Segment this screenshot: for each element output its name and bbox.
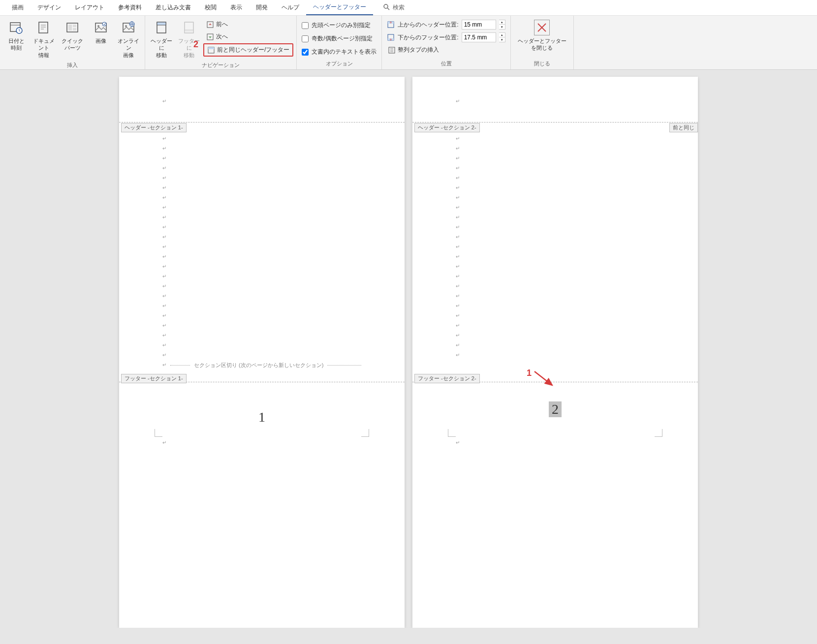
- tab-view[interactable]: 表示: [223, 0, 249, 15]
- link-to-previous-button[interactable]: 前と同じヘッダー/フッター: [203, 43, 293, 57]
- insert-alignment-tab-button[interactable]: 整列タブの挿入: [385, 44, 442, 56]
- paragraph-mark: ↵: [456, 183, 655, 193]
- show-document-text-checkbox[interactable]: 文書内のテキストを表示: [300, 46, 378, 58]
- next-icon: [206, 33, 214, 41]
- prev-button[interactable]: 前へ: [203, 19, 293, 30]
- header-icon: [154, 20, 169, 35]
- search-icon: [383, 3, 390, 12]
- paragraph-mark: ↵: [456, 153, 655, 163]
- page-left[interactable]: ↵ ヘッダー -セクション 1- ↵↵↵↵↵↵↵↵↵↵↵↵↵↵↵↵↵↵↵↵↵↵↵…: [119, 77, 405, 628]
- tab-help[interactable]: ヘルプ: [275, 0, 306, 15]
- close-header-footer-button[interactable]: ヘッダーとフッターを閉じる: [514, 18, 570, 54]
- tab-developer[interactable]: 開発: [249, 0, 275, 15]
- paragraph-mark: ↵: [162, 272, 361, 281]
- diff-first-page-checkbox[interactable]: 先頭ページのみ別指定: [300, 20, 373, 31]
- footer-pos-icon: [387, 33, 395, 41]
- goto-footer-button: フッターに移動: [176, 18, 202, 61]
- paragraph-mark: ↵: [456, 272, 655, 281]
- paragraph-mark: ↵: [162, 331, 361, 340]
- header-area-right[interactable]: ↵: [412, 77, 698, 122]
- ribbon-content: 日付と時刻 ドキュメント情報 クイック パーツ 画像 オンライン画像 挿入: [0, 16, 817, 70]
- footer-area-right[interactable]: 2: [412, 401, 698, 417]
- search-box[interactable]: 検索: [383, 3, 405, 12]
- diff-odd-even-checkbox[interactable]: 奇数/偶数ページ別指定: [300, 33, 374, 44]
- date-time-button[interactable]: 日付と時刻: [3, 18, 30, 54]
- online-image-button[interactable]: オンライン画像: [115, 18, 142, 61]
- calendar-clock-icon: [8, 20, 24, 35]
- paragraph-mark: ↵: [456, 193, 655, 203]
- paragraph-mark: ↵: [162, 360, 166, 370]
- tab-layout[interactable]: レイアウト: [68, 0, 111, 15]
- image-button[interactable]: 画像: [88, 18, 114, 46]
- paragraph-mark: ↵: [456, 163, 655, 173]
- group-position: 上からのヘッダー位置: ▲▼ 下からのフッター位置: ▲▼ 整列タブの挿入 位置: [382, 16, 510, 69]
- paragraph-mark: ↵: [162, 222, 361, 232]
- crop-mark: [155, 429, 162, 437]
- annotation-arrow: [533, 369, 557, 389]
- tab-mailings[interactable]: 差し込み文書: [149, 0, 198, 15]
- tab-draw[interactable]: 描画: [5, 0, 31, 15]
- footer-area-left[interactable]: 1: [119, 409, 405, 425]
- paragraph-mark: ↵: [162, 281, 361, 291]
- prev-icon: [206, 21, 214, 29]
- group-insert-label: 挿入: [3, 61, 142, 70]
- header-from-top-row: 上からのヘッダー位置: ▲▼: [385, 19, 507, 31]
- paragraph-mark: ↵: [456, 222, 655, 232]
- checkbox-input[interactable]: [302, 22, 309, 29]
- page-right[interactable]: ↵ ヘッダー -セクション 2- 前と同じ ↵↵↵↵↵↵↵↵↵↵↵↵↵↵↵↵↵↵…: [412, 77, 698, 628]
- paragraph-mark: ↵: [162, 153, 361, 163]
- spinner-down[interactable]: ▼: [499, 37, 505, 42]
- tab-review[interactable]: 校閲: [198, 0, 223, 15]
- paragraph-mark: ↵: [162, 203, 361, 213]
- paragraph-mark: ↵: [162, 183, 361, 193]
- header-spinner[interactable]: ▲▼: [499, 20, 505, 30]
- close-x-icon: [534, 20, 550, 35]
- svg-rect-24: [157, 22, 166, 25]
- svg-rect-14: [73, 28, 76, 31]
- header-pos-icon: [387, 21, 395, 29]
- paragraph-mark: ↵: [162, 291, 361, 301]
- header-position-input[interactable]: [462, 20, 496, 30]
- online-image-icon: [121, 20, 136, 35]
- tab-header-footer[interactable]: ヘッダーとフッター: [306, 0, 373, 15]
- svg-rect-26: [185, 30, 193, 33]
- footer-spinner[interactable]: ▲▼: [499, 32, 505, 42]
- ribbon-tabs: 描画 デザイン レイアウト 参考資料 差し込み文書 校閲 表示 開発 ヘルプ ヘ…: [0, 0, 817, 16]
- tab-design[interactable]: デザイン: [31, 0, 68, 15]
- footer-tag-right: フッター -セクション 2-: [414, 374, 480, 383]
- footer-position-input[interactable]: [462, 32, 496, 42]
- group-close-label: 閉じる: [514, 59, 570, 68]
- image-icon: [93, 20, 109, 35]
- paragraph-mark: ↵: [162, 321, 361, 331]
- group-close: ヘッダーとフッターを閉じる 閉じる: [511, 16, 574, 69]
- group-position-label: 位置: [385, 59, 507, 68]
- doc-info-button[interactable]: ドキュメント情報: [31, 18, 57, 61]
- header-area-left[interactable]: ↵: [119, 77, 405, 122]
- spinner-up[interactable]: ▲: [499, 33, 505, 37]
- paragraph-mark: ↵: [456, 340, 655, 350]
- paragraph-mark: ↵: [456, 331, 655, 340]
- paragraph-mark: ↵: [456, 96, 460, 106]
- paragraph-mark: ↵: [456, 173, 655, 183]
- paragraph-mark: ↵: [162, 213, 361, 222]
- paragraph-mark: ↵: [456, 252, 655, 262]
- body-area-left: ↵↵↵↵↵↵↵↵↵↵↵↵↵↵↵↵↵↵↵↵↵↵↵ ↵ セクション区切り (次のペー…: [119, 122, 405, 370]
- page-number-left: 1: [119, 409, 405, 425]
- paragraph-mark: ↵: [456, 321, 655, 331]
- tab-references[interactable]: 参考資料: [111, 0, 149, 15]
- checkbox-input[interactable]: [302, 35, 309, 42]
- svg-rect-7: [39, 22, 48, 33]
- spinner-up[interactable]: ▲: [499, 20, 505, 25]
- goto-header-button[interactable]: ヘッダーに移動: [148, 18, 175, 61]
- next-button[interactable]: 次へ: [203, 31, 293, 42]
- page-number-right[interactable]: 2: [549, 401, 562, 417]
- checkbox-input[interactable]: [302, 49, 309, 56]
- paragraph-mark: ↵: [162, 340, 361, 350]
- paragraph-mark: ↵: [456, 291, 655, 301]
- quick-parts-button[interactable]: クイック パーツ: [58, 18, 87, 54]
- paragraph-mark: ↵: [456, 242, 655, 252]
- paragraph-mark: ↵: [162, 134, 361, 144]
- spinner-down[interactable]: ▼: [499, 25, 505, 29]
- paragraph-mark: ↵: [456, 134, 655, 144]
- svg-rect-12: [68, 25, 72, 31]
